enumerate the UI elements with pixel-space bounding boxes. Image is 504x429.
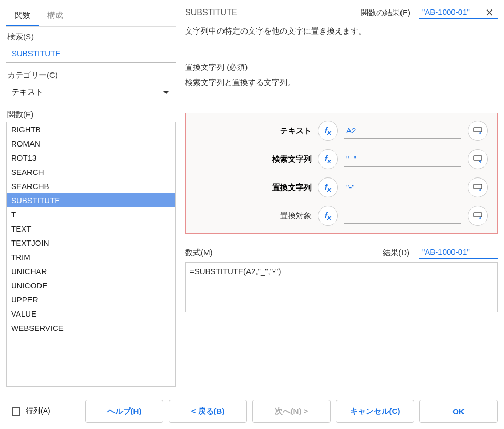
fx-button[interactable]: fx [318,177,338,197]
formula-input[interactable] [185,262,498,312]
function-item[interactable]: T [7,207,175,222]
param-row-replace: 置換文字列 fx [191,177,488,197]
chevron-down-icon [163,91,169,94]
shrink-icon [473,127,482,134]
svg-rect-2 [474,184,482,189]
shrink-button[interactable] [468,177,488,197]
param-label: 検索文字列 [191,154,312,164]
shrink-button[interactable] [468,206,488,226]
array-label: 行列(A) [26,406,50,416]
function-item[interactable]: SEARCHB [7,179,175,193]
svg-rect-1 [474,156,482,160]
function-item[interactable]: VALUE [7,307,175,321]
category-label: カテゴリー(C) [6,68,176,82]
param-label: 置換対象 [191,211,312,221]
param-label: 置換文字列 [191,183,312,193]
result-e-group: 関数の結果(E) "AB-1000-01" [361,6,498,19]
svg-rect-3 [474,213,482,217]
shrink-button[interactable] [468,121,488,141]
left-panel: 関数 構成 検索(S) SUBSTITUTE カテゴリー(C) テキスト 関数(… [6,5,176,387]
tab-label: 構成 [47,11,63,19]
param-row-text: テキスト fx [191,121,488,141]
param-help-desc: 検索文字列と置換する文字列。 [185,78,498,88]
fx-button[interactable]: fx [318,121,338,141]
search-input[interactable]: SUBSTITUTE [6,44,176,63]
params-box: テキスト fx 検索文字列 fx 置換文字列 fx [185,113,498,234]
function-item[interactable]: UNICHAR [7,264,175,278]
ok-button[interactable]: OK [419,400,498,423]
param-help-title: 置換文字列 (必須) [185,62,498,72]
main-container: 関数 構成 検索(S) SUBSTITUTE カテゴリー(C) テキスト 関数(… [0,0,504,387]
fx-button[interactable]: fx [318,149,338,169]
shrink-icon [473,155,482,163]
shrink-button[interactable] [468,149,488,169]
shrink-icon [473,184,482,191]
formula-header: 数式(M) 結果(D) "AB-1000-01" [185,246,498,259]
close-icon: ✕ [485,6,494,19]
svg-rect-0 [474,128,482,132]
tab-structure[interactable]: 構成 [39,5,71,26]
formula-section: 数式(M) 結果(D) "AB-1000-01" [185,246,498,314]
tabs: 関数 構成 [6,5,176,27]
functions-label: 関数(F) [6,108,176,122]
param-row-occurrence: 置換対象 fx [191,206,488,226]
fx-icon: fx [325,211,331,222]
function-item[interactable]: WEBSERVICE [7,321,175,335]
formula-label: 数式(M) [185,248,213,258]
close-button[interactable]: ✕ [483,6,496,19]
param-input-text[interactable] [344,123,461,139]
function-description: 文字列中の特定の文字を他の文字に置き換えます。 [185,26,498,36]
right-panel: SUBSTITUTE 関数の結果(E) "AB-1000-01" 文字列中の特定… [185,5,498,387]
param-row-search: 検索文字列 fx [191,149,488,169]
tab-functions[interactable]: 関数 [6,5,39,26]
function-item[interactable]: SEARCH [7,165,175,179]
function-list[interactable]: RIGHTB ROMAN ROT13 SEARCH SEARCHB SUBSTI… [6,122,176,387]
next-button[interactable]: 次へ(N) > [252,400,331,423]
fx-icon: fx [325,182,331,193]
param-input-replace[interactable] [344,180,461,195]
cancel-button[interactable]: キャンセル(C) [336,400,414,423]
param-label: テキスト [191,126,312,136]
category-value: テキスト [12,87,43,97]
tab-label: 関数 [15,11,30,19]
top-row: SUBSTITUTE 関数の結果(E) "AB-1000-01" [185,6,498,19]
function-item[interactable]: TEXT [7,222,175,236]
result-d-value: "AB-1000-01" [419,246,498,259]
fx-icon: fx [325,125,331,137]
category-select[interactable]: テキスト [6,82,176,102]
back-button[interactable]: < 戻る(B) [169,400,247,423]
result-e-label: 関数の結果(E) [361,8,410,18]
function-item[interactable]: TRIM [7,250,175,264]
function-item[interactable]: ROT13 [7,151,175,165]
shrink-icon [473,212,482,219]
function-item-selected[interactable]: SUBSTITUTE [7,193,175,207]
function-title: SUBSTITUTE [185,8,238,17]
result-d-group: 結果(D) "AB-1000-01" [383,246,498,259]
function-item[interactable]: UPPER [7,292,175,307]
search-label: 検索(S) [6,30,176,44]
param-input-search[interactable] [344,151,461,167]
footer: 行列(A) ヘルプ(H) < 戻る(B) 次へ(N) > キャンセル(C) OK [0,393,504,429]
result-d-label: 結果(D) [383,248,409,258]
array-checkbox-wrap[interactable]: 行列(A) [6,406,50,416]
function-item[interactable]: RIGHTB [7,122,175,137]
help-button[interactable]: ヘルプ(H) [85,400,163,423]
fx-button[interactable]: fx [318,206,338,226]
param-input-occurrence[interactable] [344,208,461,224]
fx-icon: fx [325,154,331,165]
array-checkbox[interactable] [12,407,20,416]
function-item[interactable]: ROMAN [7,137,175,151]
function-item[interactable]: UNICODE [7,278,175,292]
function-item[interactable]: TEXTJOIN [7,236,175,250]
